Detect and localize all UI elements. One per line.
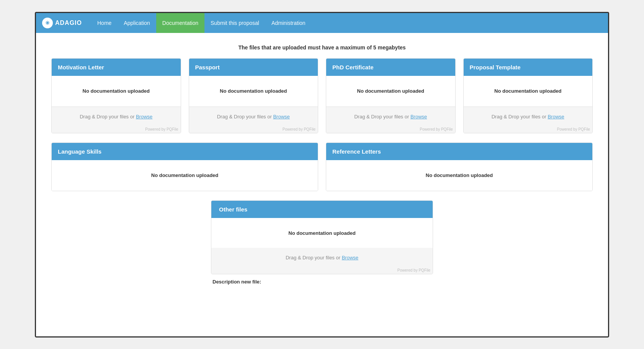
other-files-title: Other files	[219, 206, 247, 213]
dropzone-phd-certificate[interactable]: Drag & Drop your files or Browse	[326, 107, 455, 126]
brand-icon-symbol: ✳	[45, 20, 50, 26]
doc-card-body-motivation-letter: No documentation uploaded	[52, 76, 181, 107]
wide-card-body-language-skills: No documentation uploaded	[52, 160, 318, 191]
no-doc-wide-reference-letters: No documentation uploaded	[426, 172, 493, 178]
browse-link-phd-certificate[interactable]: Browse	[410, 114, 427, 120]
nav-link-submit[interactable]: Submit this proposal	[204, 13, 265, 33]
doc-card-body-phd-certificate: No documentation uploaded	[326, 76, 455, 107]
wide-card-language-skills: Language Skills No documentation uploade…	[51, 143, 318, 191]
doc-card-phd-certificate: PhD Certificate No documentation uploade…	[326, 58, 456, 133]
doc-cards-row: Motivation Letter No documentation uploa…	[51, 58, 593, 133]
no-doc-proposal-template: No documentation uploaded	[494, 88, 562, 94]
doc-card-body-passport: No documentation uploaded	[189, 76, 318, 107]
other-files-dropzone[interactable]: Drag & Drop your files or Browse	[211, 248, 433, 267]
wide-card-header-language-skills: Language Skills	[52, 143, 318, 160]
main-content: The files that are uploaded must have a …	[36, 33, 608, 300]
browse-link-motivation-letter[interactable]: Browse	[136, 114, 152, 120]
other-files-body: No documentation uploaded	[211, 218, 433, 248]
other-files-browse-link[interactable]: Browse	[342, 255, 358, 261]
description-new-file-label: Description new file:	[211, 279, 433, 285]
browse-link-passport[interactable]: Browse	[273, 114, 289, 120]
no-doc-phd-certificate: No documentation uploaded	[357, 88, 425, 94]
dropzone-passport[interactable]: Drag & Drop your files or Browse	[189, 107, 318, 126]
doc-card-motivation-letter: Motivation Letter No documentation uploa…	[51, 58, 181, 133]
file-notice: The files that are uploaded must have a …	[51, 44, 593, 51]
drag-text-phd-certificate: Drag & Drop your files or	[354, 114, 410, 120]
drag-text-passport: Drag & Drop your files or	[217, 114, 273, 120]
wide-card-reference-letters: Reference Letters No documentation uploa…	[326, 143, 593, 191]
doc-card-passport: Passport No documentation uploaded Drag …	[189, 58, 319, 133]
other-files-no-doc: No documentation uploaded	[288, 230, 356, 236]
doc-card-header-motivation-letter: Motivation Letter	[52, 59, 181, 76]
doc-card-proposal-template: Proposal Template No documentation uploa…	[463, 58, 593, 133]
brand-name: ADAGIO	[55, 20, 82, 26]
powered-passport: Powered by PQFile	[189, 126, 318, 133]
doc-card-body-proposal-template: No documentation uploaded	[464, 76, 593, 107]
drag-text-motivation-letter: Drag & Drop your files or	[80, 114, 136, 120]
no-doc-wide-language-skills: No documentation uploaded	[151, 172, 219, 178]
nav-links: Home Application Documentation Submit th…	[91, 13, 312, 33]
powered-motivation-letter: Powered by PQFile	[52, 126, 181, 133]
powered-phd-certificate: Powered by PQFile	[326, 126, 455, 133]
navbar-brand: ✳ ADAGIO	[42, 18, 82, 28]
navbar: ✳ ADAGIO Home Application Documentation …	[36, 13, 608, 33]
no-doc-motivation-letter: No documentation uploaded	[83, 88, 150, 94]
other-files-header: Other files	[211, 201, 433, 218]
doc-card-header-passport: Passport	[189, 59, 318, 76]
nav-link-application[interactable]: Application	[118, 13, 156, 33]
dropzone-motivation-letter[interactable]: Drag & Drop your files or Browse	[52, 107, 181, 126]
doc-card-header-phd-certificate: PhD Certificate	[326, 59, 455, 76]
other-files-powered-by: Powered by PQFile	[211, 267, 433, 274]
wide-card-header-reference-letters: Reference Letters	[326, 143, 592, 160]
doc-card-header-proposal-template: Proposal Template	[464, 59, 593, 76]
other-files-section: Other files No documentation uploaded Dr…	[51, 200, 593, 285]
other-files-card: Other files No documentation uploaded Dr…	[211, 200, 433, 274]
browse-link-proposal-template[interactable]: Browse	[548, 114, 564, 120]
brand-icon: ✳	[42, 18, 53, 28]
powered-proposal-template: Powered by PQFile	[464, 126, 593, 133]
other-files-drag-text: Drag & Drop your files or	[286, 255, 342, 261]
nav-link-home[interactable]: Home	[91, 13, 118, 33]
nav-link-administration[interactable]: Administration	[265, 13, 312, 33]
wide-card-body-reference-letters: No documentation uploaded	[326, 160, 592, 191]
wide-cards-row: Language Skills No documentation uploade…	[51, 143, 593, 191]
no-doc-passport: No documentation uploaded	[220, 88, 287, 94]
dropzone-proposal-template[interactable]: Drag & Drop your files or Browse	[464, 107, 593, 126]
nav-link-documentation[interactable]: Documentation	[156, 13, 204, 33]
drag-text-proposal-template: Drag & Drop your files or	[492, 114, 548, 120]
window-frame: ✳ ADAGIO Home Application Documentation …	[35, 12, 609, 338]
